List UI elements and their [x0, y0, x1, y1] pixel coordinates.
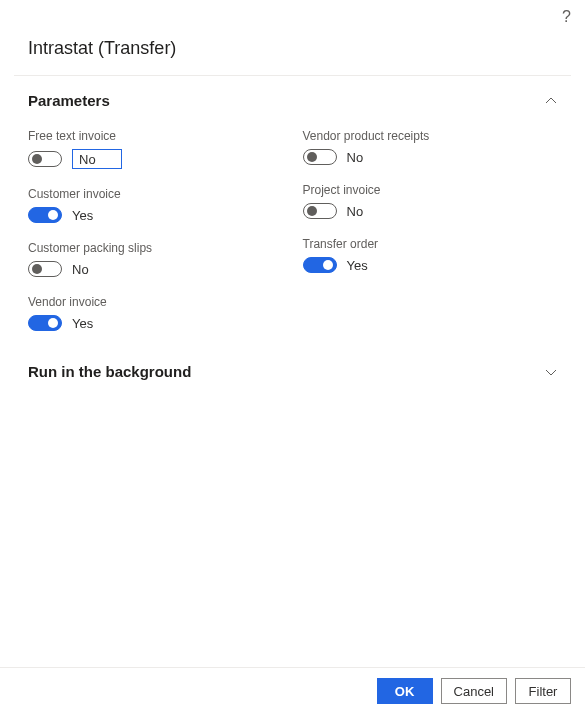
value-customer-packing-slips: No [72, 262, 89, 277]
field-vendor-product-receipts: Vendor product receipts No [303, 129, 558, 165]
value-transfer-order: Yes [347, 258, 368, 273]
toggle-free-text-invoice[interactable] [28, 151, 62, 167]
filter-button[interactable]: Filter [515, 678, 571, 704]
value-vendor-invoice: Yes [72, 316, 93, 331]
field-vendor-invoice: Vendor invoice Yes [28, 295, 283, 331]
label-vendor-invoice: Vendor invoice [28, 295, 283, 309]
chevron-up-icon [545, 95, 557, 107]
ok-button[interactable]: OK [377, 678, 433, 704]
toggle-customer-invoice[interactable] [28, 207, 62, 223]
help-icon[interactable]: ? [562, 8, 571, 26]
dialog-footer: OK Cancel Filter [0, 667, 585, 714]
section-parameters: Parameters Free text invoice Customer in… [0, 76, 585, 347]
section-header-background[interactable]: Run in the background [28, 347, 557, 390]
section-title-background: Run in the background [28, 363, 191, 380]
input-free-text-invoice-value[interactable] [72, 149, 122, 169]
toggle-vendor-product-receipts[interactable] [303, 149, 337, 165]
parameters-body: Free text invoice Customer invoice Yes C… [28, 119, 557, 347]
dialog-title: Intrastat (Transfer) [0, 0, 585, 75]
label-customer-invoice: Customer invoice [28, 187, 283, 201]
section-header-parameters[interactable]: Parameters [28, 76, 557, 119]
label-transfer-order: Transfer order [303, 237, 558, 251]
field-transfer-order: Transfer order Yes [303, 237, 558, 273]
section-title-parameters: Parameters [28, 92, 110, 109]
field-free-text-invoice: Free text invoice [28, 129, 283, 169]
toggle-transfer-order[interactable] [303, 257, 337, 273]
value-customer-invoice: Yes [72, 208, 93, 223]
toggle-vendor-invoice[interactable] [28, 315, 62, 331]
cancel-button[interactable]: Cancel [441, 678, 507, 704]
parameters-right-column: Vendor product receipts No Project invoi… [303, 119, 558, 331]
label-customer-packing-slips: Customer packing slips [28, 241, 283, 255]
label-vendor-product-receipts: Vendor product receipts [303, 129, 558, 143]
value-project-invoice: No [347, 204, 364, 219]
toggle-customer-packing-slips[interactable] [28, 261, 62, 277]
chevron-down-icon [545, 366, 557, 378]
field-project-invoice: Project invoice No [303, 183, 558, 219]
label-project-invoice: Project invoice [303, 183, 558, 197]
toggle-project-invoice[interactable] [303, 203, 337, 219]
field-customer-invoice: Customer invoice Yes [28, 187, 283, 223]
parameters-left-column: Free text invoice Customer invoice Yes C… [28, 119, 283, 331]
label-free-text-invoice: Free text invoice [28, 129, 283, 143]
field-customer-packing-slips: Customer packing slips No [28, 241, 283, 277]
value-vendor-product-receipts: No [347, 150, 364, 165]
section-background: Run in the background [0, 347, 585, 390]
